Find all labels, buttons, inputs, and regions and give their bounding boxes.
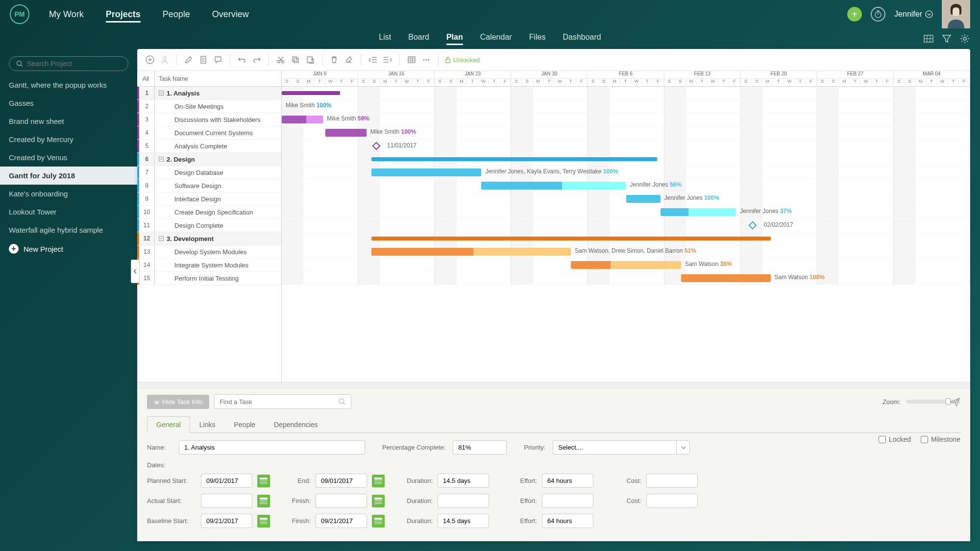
date-input[interactable] <box>201 494 252 508</box>
cut-icon[interactable] <box>275 54 286 65</box>
user-menu[interactable]: Jennifer <box>894 10 933 19</box>
undo-icon[interactable] <box>237 54 247 65</box>
subnav-list[interactable]: List <box>379 33 391 45</box>
task-bar[interactable]: Sam Watson, Drew Simon, Daniel Barron 51… <box>371 248 571 256</box>
effort-input[interactable] <box>542 474 593 488</box>
gantt-row[interactable] <box>282 153 970 166</box>
date-input[interactable] <box>316 514 367 528</box>
gantt-chart[interactable]: JAN 9SSMTWTFJAN 16SSMTWTFJAN 23SSMTWTFJA… <box>282 71 970 382</box>
calendar-icon[interactable] <box>257 495 270 507</box>
name-input[interactable] <box>179 440 365 455</box>
task-bar[interactable]: Mike Smith 59% <box>282 116 323 123</box>
tab-general[interactable]: General <box>147 416 190 433</box>
gantt-row[interactable]: Jennifer Jones 56% <box>282 179 970 192</box>
milestone-marker[interactable] <box>372 142 380 150</box>
task-bar[interactable]: Sam Watson 36% <box>571 261 681 269</box>
summary-bar[interactable] <box>371 157 657 161</box>
collapse-icon[interactable] <box>159 91 164 96</box>
add-task-icon[interactable] <box>145 54 155 65</box>
gantt-row[interactable]: Jennifer Jones 100% <box>282 192 970 206</box>
avatar[interactable] <box>942 0 970 28</box>
project-item[interactable]: Kate's onboarding <box>0 185 137 203</box>
new-project-button[interactable]: + New Project <box>0 239 137 259</box>
copy-icon[interactable] <box>290 54 301 65</box>
indent-icon[interactable] <box>382 54 393 65</box>
subnav-files[interactable]: Files <box>529 33 546 45</box>
project-item[interactable]: Created by Venus <box>0 148 137 167</box>
task-row[interactable]: 8Software Design <box>137 179 281 192</box>
calendar-icon[interactable] <box>372 475 385 487</box>
gantt-row[interactable] <box>282 87 970 100</box>
timer-button[interactable] <box>871 7 885 22</box>
task-bar[interactable]: Jennifer Jones 100% <box>626 195 661 203</box>
summary-bar[interactable] <box>282 91 340 95</box>
subnav-dashboard[interactable]: Dashboard <box>563 33 601 45</box>
assign-icon[interactable] <box>159 54 170 65</box>
find-task-input[interactable] <box>220 398 338 406</box>
task-bar[interactable]: Jennifer Jones 37% <box>661 208 736 216</box>
outdent-icon[interactable] <box>368 54 378 65</box>
pct-input[interactable] <box>453 440 507 455</box>
sidebar-collapse-handle[interactable] <box>131 260 140 283</box>
calendar-icon[interactable] <box>257 475 270 487</box>
task-row[interactable]: 5Analysis Complete <box>137 140 281 153</box>
task-bar[interactable]: Mike Smith 100% <box>325 129 367 137</box>
calendar-icon[interactable] <box>372 495 385 507</box>
date-input[interactable] <box>316 474 367 488</box>
project-item[interactable]: Brand new sheet <box>0 112 137 130</box>
effort-input[interactable] <box>542 494 593 508</box>
project-item[interactable]: Lookout Tower <box>0 203 137 221</box>
hide-task-info-button[interactable]: Hide Task Info <box>147 395 209 409</box>
collapse-icon[interactable] <box>159 157 164 162</box>
nav-people[interactable]: People <box>163 9 190 21</box>
task-row[interactable]: 62. Design <box>137 153 281 166</box>
add-button[interactable]: + <box>847 7 862 22</box>
settings-icon[interactable] <box>959 33 970 44</box>
task-row[interactable]: 11. Analysis <box>137 87 281 100</box>
project-item[interactable]: Gasses <box>0 94 137 112</box>
task-row[interactable]: 10Create Design Specification <box>137 206 281 219</box>
gantt-row[interactable]: Mike Smith 100% <box>282 100 970 113</box>
gantt-row[interactable]: 11/01/2017 <box>282 140 970 153</box>
gantt-row[interactable]: Jennifer Jones, Kayla Evans, Terry Westl… <box>282 166 970 179</box>
priority-select[interactable] <box>553 440 690 455</box>
nav-my-work[interactable]: My Work <box>49 9 84 21</box>
task-bar[interactable]: Sam Watson 100% <box>681 274 771 282</box>
project-item[interactable]: Waterfall agile hybrid sample <box>0 221 137 239</box>
notes-icon[interactable] <box>198 54 209 65</box>
subnav-board[interactable]: Board <box>408 33 429 45</box>
task-row[interactable]: 14Integrate System Modules <box>137 259 281 272</box>
send-icon[interactable] <box>950 397 960 407</box>
more-icon[interactable] <box>421 54 432 65</box>
paste-icon[interactable] <box>305 54 316 65</box>
task-row[interactable]: 9Interface Design <box>137 192 281 206</box>
task-row[interactable]: 2On-Site Meetings <box>137 100 281 113</box>
cost-input[interactable] <box>646 494 698 508</box>
project-item[interactable]: Gantt, where the popup works <box>0 76 137 94</box>
collapse-icon[interactable] <box>159 236 164 241</box>
calendar-icon[interactable] <box>372 515 385 527</box>
date-input[interactable] <box>201 474 252 488</box>
subnav-calendar[interactable]: Calendar <box>480 33 512 45</box>
logo[interactable]: PM <box>10 4 29 24</box>
effort-input[interactable] <box>542 514 593 528</box>
edit-icon[interactable] <box>183 54 194 65</box>
gantt-row[interactable]: Jennifer Jones 37% <box>282 206 970 219</box>
duration-input[interactable] <box>438 494 489 508</box>
redo-icon[interactable] <box>251 54 262 65</box>
tab-dependencies[interactable]: Dependencies <box>265 416 327 432</box>
gantt-row[interactable]: Sam Watson 36% <box>282 259 970 272</box>
task-name-header[interactable]: Task Name <box>155 71 281 86</box>
subnav-plan[interactable]: Plan <box>446 33 463 45</box>
task-row[interactable]: 15Perform Initial Tessting <box>137 272 281 285</box>
task-bar[interactable]: Jennifer Jones 56% <box>481 182 626 190</box>
find-task-search[interactable] <box>214 394 351 409</box>
task-row[interactable]: 7Design Database <box>137 166 281 179</box>
cost-input[interactable] <box>646 474 698 488</box>
gantt-row[interactable]: 02/02/2017 <box>282 219 970 232</box>
task-row[interactable]: 13Develop System Modules <box>137 245 281 259</box>
task-bar[interactable]: Jennifer Jones, Kayla Evans, Terry Westl… <box>371 168 482 176</box>
search-input[interactable] <box>27 60 121 68</box>
milestone-checkbox[interactable]: Milestone <box>921 435 960 443</box>
tab-people[interactable]: People <box>225 416 265 432</box>
